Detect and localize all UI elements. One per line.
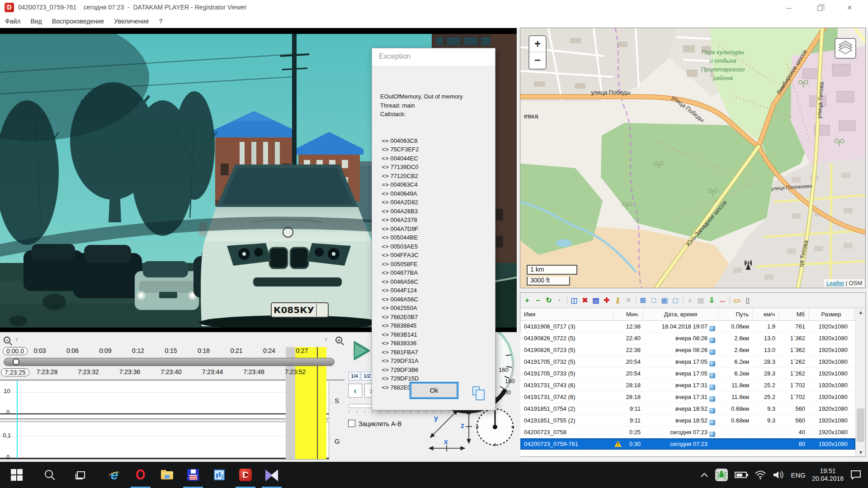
- dialog-header[interactable]: Exception: [372, 48, 495, 66]
- column-header[interactable]: Мин.: [613, 308, 643, 320]
- timeline-panel: − ‹ › + 0:00.00:030:060:090:120:150:180:…: [0, 332, 344, 459]
- search-icon: [44, 469, 56, 481]
- delete-icon[interactable]: [580, 296, 590, 305]
- speed-quarter-button[interactable]: 1/4: [349, 372, 360, 380]
- frames-dashed-icon[interactable]: [670, 296, 680, 305]
- osm-link[interactable]: OSM: [849, 280, 862, 286]
- timeline-slider-knob[interactable]: [13, 358, 19, 365]
- callstack-line: <> 77139DC0: [380, 163, 489, 172]
- callstack-line: == 004063C8: [380, 136, 489, 145]
- table-row[interactable]: 04191731_0742 (6) 28:18 вчера 17:31 11.8…: [520, 391, 855, 403]
- grid-disabled-icon[interactable]: [696, 296, 706, 305]
- callstack-line: <> 0044F124: [380, 286, 489, 295]
- leaflet-link[interactable]: Leaflet: [826, 280, 844, 286]
- time-label: 7:23:40: [160, 368, 182, 375]
- loop-ab-checkbox[interactable]: [348, 420, 355, 427]
- previous-frame-button[interactable]: ‹: [348, 384, 362, 398]
- sep-icon[interactable]: [728, 296, 731, 305]
- copy-icon[interactable]: [569, 296, 579, 305]
- menu-item[interactable]: ?: [154, 15, 167, 27]
- table-row[interactable]: 04191851_0755 (2) 9:11 вчера 18:52 0.68к…: [520, 415, 855, 427]
- table-row[interactable]: 04191705_0733 (5) 20:54 вчера 17:05 6.2к…: [520, 368, 855, 380]
- folder-search-icon[interactable]: [732, 296, 742, 305]
- table-scrollbar[interactable]: ▲ ▼: [855, 308, 865, 456]
- film-export-icon[interactable]: [717, 296, 727, 305]
- timeline-next-icon[interactable]: ›: [325, 334, 327, 344]
- menu-bar: ФайлВидВоспроизведениеУвеличение?: [0, 15, 868, 28]
- layers-button[interactable]: [835, 38, 856, 59]
- key-icon[interactable]: [613, 296, 623, 305]
- remove-icon[interactable]: [533, 296, 543, 305]
- gps-icon: [709, 361, 715, 366]
- wifi-icon[interactable]: [755, 470, 766, 479]
- save-icon[interactable]: [591, 296, 601, 305]
- ball-disabled-icon[interactable]: [685, 296, 695, 305]
- column-header[interactable]: Дата, время: [643, 308, 718, 320]
- medkit-icon[interactable]: [602, 296, 612, 305]
- sep-icon[interactable]: [681, 296, 684, 305]
- volume-icon[interactable]: [773, 470, 784, 480]
- task-view-button[interactable]: [68, 462, 94, 488]
- dot-icon[interactable]: [555, 296, 565, 305]
- battery-icon[interactable]: [735, 471, 748, 479]
- frame-add-icon[interactable]: [638, 296, 648, 305]
- tray-expand-icon[interactable]: [700, 472, 708, 478]
- timeline-slider[interactable]: [4, 358, 335, 366]
- start-button[interactable]: [4, 462, 30, 488]
- table-row[interactable]: 04190826_0722 (5) 22:40 вчера 08:26 2.6к…: [520, 333, 855, 344]
- frame-icon[interactable]: [649, 296, 659, 305]
- time-label: 7:23:32: [78, 368, 99, 375]
- timeline-prev-icon[interactable]: ‹: [15, 334, 18, 344]
- timeline-zoom-out-icon[interactable]: −: [4, 337, 10, 343]
- zoom-out-button[interactable]: −: [529, 52, 546, 69]
- ok-button[interactable]: Ok: [410, 382, 458, 399]
- gps-map[interactable]: Парк культуры и отдыха Пролетарского рай…: [520, 28, 865, 288]
- refresh-icon[interactable]: [544, 296, 554, 305]
- language-indicator[interactable]: ENG: [791, 471, 806, 479]
- zoom-in-button[interactable]: +: [529, 36, 546, 52]
- column-header[interactable]: км/ч: [753, 308, 779, 320]
- column-header[interactable]: Размер: [809, 308, 854, 320]
- compass-gauge: [476, 409, 514, 446]
- minimize-button[interactable]: [778, 0, 799, 15]
- callstack-line: <> 729DF31A: [380, 357, 489, 366]
- svg-text:улица Победы: улица Победы: [591, 89, 630, 96]
- sep-icon[interactable]: [634, 296, 637, 305]
- timeline-zoom-in-icon[interactable]: +: [335, 337, 342, 343]
- play-button[interactable]: [354, 341, 370, 360]
- table-row[interactable]: 04191705_0732 (5) 20:54 вчера 17:05 6.2к…: [520, 356, 855, 368]
- time-label: 0:21: [230, 347, 242, 354]
- kmplayer-icon: [264, 468, 279, 482]
- menu-item[interactable]: Увеличение: [109, 15, 154, 27]
- drweb-tray-icon[interactable]: [715, 468, 728, 482]
- column-header[interactable]: Путь: [718, 308, 753, 320]
- frames-icon[interactable]: [660, 296, 670, 305]
- table-row[interactable]: 04181906_0717 (3) 12:38 18.04.2018 19:07…: [520, 321, 855, 333]
- add-icon[interactable]: [522, 296, 532, 305]
- table-row[interactable]: 04200723_0758 0:25 сегодня 07:23 40 1920…: [520, 427, 855, 438]
- sep-icon[interactable]: [566, 296, 568, 305]
- table-row[interactable]: 04191731_0743 (6) 28:18 вчера 17:31 11.8…: [520, 380, 855, 391]
- table-row[interactable]: 04200723_0759-761 0:30 сегодня 07:23 80 …: [520, 438, 855, 450]
- menu-item[interactable]: Файл: [0, 15, 25, 27]
- column-header[interactable]: Мб: [779, 308, 809, 320]
- notification-icon[interactable]: [850, 469, 862, 480]
- menu-item[interactable]: Воспроизведение: [47, 15, 109, 27]
- table-row[interactable]: 04191851_0754 (2) 9:11 вчера 18:52 0.68к…: [520, 403, 855, 415]
- table-row[interactable]: 04190826_0723 (5) 22:38 вчера 08:26 2.6к…: [520, 344, 855, 356]
- image-export-icon[interactable]: [707, 296, 717, 305]
- column-header[interactable]: Имя: [520, 308, 613, 320]
- windows-logo-icon: [11, 469, 23, 481]
- restore-button[interactable]: [809, 0, 830, 15]
- report-icon[interactable]: [743, 296, 753, 305]
- copy-icon[interactable]: [472, 386, 480, 395]
- close-button[interactable]: ✕: [839, 0, 860, 15]
- app-icon: D: [5, 3, 14, 12]
- menu-item[interactable]: Вид: [25, 15, 47, 27]
- gps-icon: [709, 432, 715, 437]
- cut-disabled-icon[interactable]: [623, 296, 633, 305]
- search-button[interactable]: [37, 462, 63, 488]
- taskbar: ENG 19:51 20.04.2018: [0, 462, 868, 488]
- clock[interactable]: 19:51 20.04.2018: [812, 467, 844, 483]
- ie-icon: [107, 468, 122, 482]
